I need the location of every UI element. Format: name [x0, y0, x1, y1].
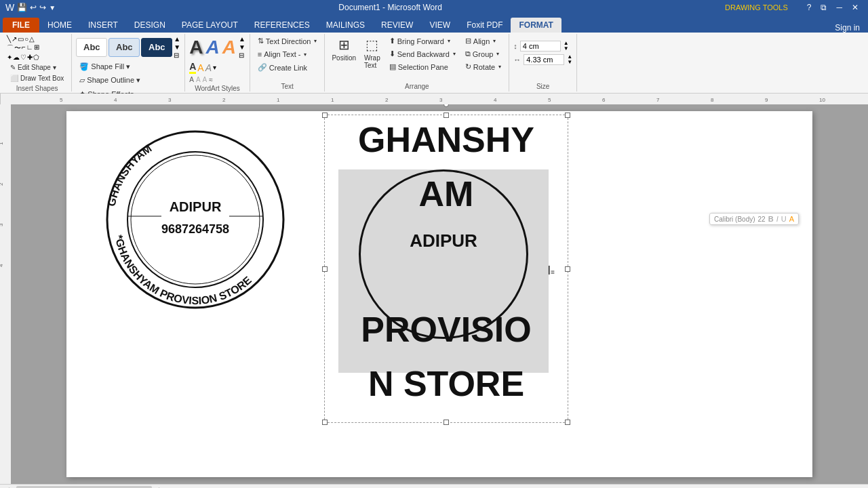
shape-style-3[interactable]: Abc	[141, 38, 172, 57]
scroll-thumb[interactable]	[16, 486, 152, 489]
mini-italic[interactable]: I	[776, 215, 778, 223]
shape-fill-icon: 🪣	[79, 62, 89, 71]
shape-styles-down[interactable]: ▼	[174, 43, 180, 51]
rotate-handle[interactable]	[443, 104, 449, 107]
shape-callout[interactable]: ☁	[13, 54, 20, 61]
text-3d-btn[interactable]: A	[203, 76, 208, 83]
draw-text-box-label: Draw Text Box	[20, 75, 64, 82]
text-line4: N STORE	[325, 366, 568, 401]
shape-cross[interactable]: ✚	[27, 54, 33, 61]
selection-pane-button[interactable]: ▤ Selection Pane	[386, 61, 459, 73]
shape-freeform[interactable]: 〜	[14, 43, 21, 53]
shape-style-1[interactable]: Abc	[76, 38, 107, 57]
undo-icon[interactable]: ↩	[30, 3, 37, 12]
tab-insert[interactable]: INSERT	[80, 18, 126, 33]
width-input[interactable]	[524, 54, 564, 65]
shape-heart[interactable]: ♡	[20, 54, 26, 61]
shape-angle[interactable]: ∟	[26, 43, 33, 53]
shape-more[interactable]: ⊞	[34, 43, 39, 53]
horizontal-scrollbar[interactable]: ◀ ▶	[0, 484, 868, 488]
wordart-styles-label: WordArt Styles	[189, 83, 245, 92]
svg-text:2: 2	[222, 97, 226, 103]
height-down[interactable]: ▼	[564, 46, 569, 52]
mini-bold[interactable]: B	[768, 215, 774, 223]
shape-circle[interactable]: ○	[24, 35, 28, 43]
size-label: Size	[513, 81, 572, 90]
tab-file[interactable]: FILE	[3, 18, 39, 33]
shape-curve[interactable]: ⌒	[7, 43, 14, 53]
svg-point-24	[131, 155, 260, 284]
stamp-right-selected[interactable]: GHANSHY AM ADIPUR PROVISIO N STORE	[324, 115, 568, 423]
tab-format[interactable]: FORMAT	[511, 18, 561, 33]
send-backward-button[interactable]: ⬇ Send Backward ▾	[386, 48, 459, 60]
svg-text:5: 5	[548, 97, 551, 103]
tab-design[interactable]: DESIGN	[126, 18, 174, 33]
close-button[interactable]: ✕	[848, 3, 863, 12]
text-glow-btn[interactable]: A	[196, 76, 201, 83]
rotate-button[interactable]: ↻ Rotate ▾	[462, 61, 505, 73]
height-input[interactable]	[520, 41, 561, 52]
minimize-button[interactable]: ─	[832, 3, 846, 12]
text-effect-icon[interactable]: A	[205, 62, 212, 73]
text-outline-btn[interactable]: A	[189, 76, 194, 83]
tab-review[interactable]: REVIEW	[373, 18, 421, 33]
bring-forward-button[interactable]: ⬆ Bring Forward ▾	[386, 35, 459, 47]
group-arrow: ▾	[496, 51, 499, 57]
wordart-styles-down[interactable]: ▼	[239, 43, 245, 51]
font-color-icon[interactable]: A	[189, 61, 196, 74]
tab-page-layout[interactable]: PAGE LAYOUT	[174, 18, 246, 33]
svg-text:ADIPUR: ADIPUR	[170, 199, 222, 214]
customize-icon[interactable]: ▼	[49, 4, 56, 12]
width-down[interactable]: ▼	[567, 60, 572, 65]
restore-button[interactable]: ⧉	[816, 3, 831, 12]
wordart-style-2[interactable]: A	[205, 37, 219, 58]
word-icon: W	[5, 2, 14, 13]
shape-line[interactable]: ╲	[7, 35, 11, 43]
align-text-button[interactable]: ≡ Align Text - ▾	[254, 49, 321, 60]
wordart-styles-more[interactable]: ⊟	[239, 52, 245, 59]
mini-underline[interactable]: U	[781, 215, 787, 223]
help-button[interactable]: ?	[803, 3, 816, 12]
ruler-horizontal: 5 4 3 2 1 1 2 3 4 5 6 7 8 9 10	[0, 94, 868, 104]
position-button[interactable]: ⊞ Position	[329, 35, 359, 63]
shape-style-2[interactable]: Abc	[108, 38, 140, 57]
shape-pentagon[interactable]: ⬠	[33, 54, 39, 61]
svg-text:4: 4	[0, 264, 4, 267]
text-direction-button[interactable]: ⇅ Text Direction ▾	[254, 35, 321, 47]
shape-triangle[interactable]: △	[29, 35, 35, 43]
shape-styles-more[interactable]: ⊟	[174, 52, 180, 59]
shape-arrow[interactable]: ↗	[12, 35, 17, 43]
wordart-dropdown-arrow[interactable]: ▾	[213, 64, 216, 71]
draw-text-box-button[interactable]: ⬜ Draw Text Box	[7, 73, 67, 83]
wordart-styles-up[interactable]: ▲	[239, 35, 245, 43]
quick-access[interactable]: W 💾 ↩ ↪ ▼	[5, 2, 56, 13]
create-link-button[interactable]: 🔗 Create Link	[254, 62, 321, 73]
text-highlight-icon[interactable]: A	[197, 62, 203, 73]
wordart-style-3[interactable]: A	[222, 37, 236, 58]
save-icon[interactable]: 💾	[17, 3, 27, 12]
tab-view[interactable]: VIEW	[421, 18, 458, 33]
svg-text:1: 1	[331, 97, 334, 103]
redo-icon[interactable]: ↪	[39, 3, 46, 12]
align-text-arrow: ▾	[304, 52, 307, 58]
wordart-style-1[interactable]: A	[189, 37, 203, 58]
edit-shape-button[interactable]: ✎ Edit Shape ▾	[7, 62, 60, 73]
shape-star[interactable]: ✦	[7, 54, 12, 61]
shape-rect[interactable]: ▭	[18, 35, 24, 43]
tab-mailings[interactable]: MAILINGS	[318, 18, 373, 33]
svg-text:8: 8	[711, 97, 714, 103]
tab-references[interactable]: REFERENCES	[246, 18, 318, 33]
align-button[interactable]: ⊟ Align ▾	[462, 35, 505, 47]
tab-foxit[interactable]: Foxit PDF	[458, 18, 511, 33]
mini-color[interactable]: A	[789, 215, 794, 223]
tab-home[interactable]: HOME	[39, 18, 80, 33]
shape-fill-button[interactable]: 🪣 Shape Fill ▾	[76, 61, 180, 73]
shape-connector[interactable]: ⌐	[22, 43, 26, 53]
group-button[interactable]: ⧉ Group ▾	[462, 48, 505, 60]
mini-font-size: 22	[758, 216, 766, 223]
shape-outline-button[interactable]: ▱ Shape Outline ▾	[76, 75, 180, 86]
text-transform-btn[interactable]: ≈	[209, 76, 213, 83]
shape-styles-up[interactable]: ▲	[174, 35, 180, 43]
sign-in[interactable]: Sign in	[827, 23, 868, 33]
wrap-text-button[interactable]: ⬚ WrapText	[361, 35, 383, 70]
